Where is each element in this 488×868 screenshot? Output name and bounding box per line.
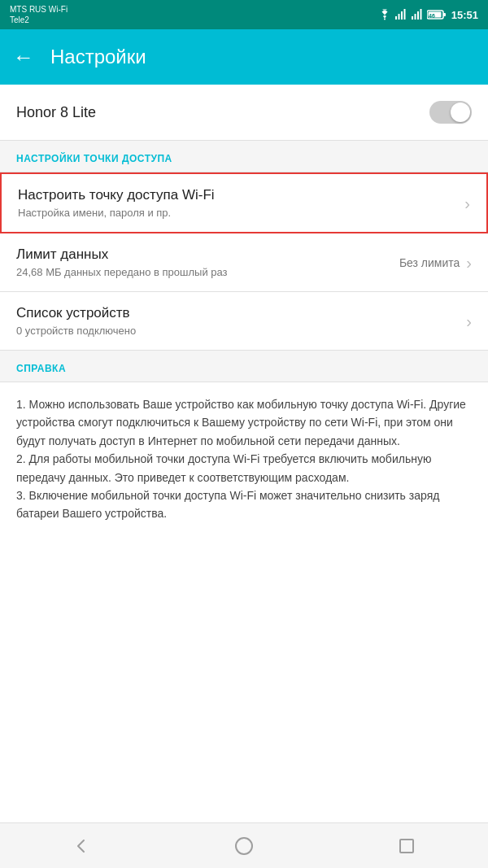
hotspot-toggle-row: Honor 8 Lite xyxy=(0,85,488,141)
help-text: 1. Можно использовать Ваше устройство ка… xyxy=(16,395,472,523)
signal-icons: 46 xyxy=(378,9,447,20)
svg-rect-7 xyxy=(420,9,421,20)
svg-rect-5 xyxy=(414,14,416,20)
svg-rect-1 xyxy=(398,14,399,20)
devices-subtitle: 0 устройств подключено xyxy=(16,325,466,337)
network2-label: Tele2 xyxy=(10,15,68,25)
hotspot-device-name: Honor 8 Lite xyxy=(16,104,96,121)
data-limit-content: Лимит данных 24,68 МБ данных передано в … xyxy=(16,246,399,278)
wifi-icon xyxy=(378,9,391,20)
network-info: MTS RUS Wi-Fi Tele2 xyxy=(10,4,68,25)
time-display: 15:51 xyxy=(451,9,478,21)
data-limit-title: Лимит данных xyxy=(16,246,399,263)
wifi-setup-chevron: › xyxy=(464,195,470,212)
status-bar: MTS RUS Wi-Fi Tele2 xyxy=(0,0,488,29)
nav-home-button[interactable] xyxy=(220,830,268,862)
section-header-settings-label: НАСТРОЙКИ ТОЧКИ ДОСТУПА xyxy=(16,153,172,164)
content-area: Honor 8 Lite НАСТРОЙКИ ТОЧКИ ДОСТУПА Нас… xyxy=(0,85,488,822)
wifi-setup-row[interactable]: Настроить точку доступа Wi-Fi Настройка … xyxy=(0,172,488,233)
svg-rect-3 xyxy=(403,9,405,20)
devices-row[interactable]: Список устройств 0 устройств подключено … xyxy=(0,292,488,351)
svg-rect-0 xyxy=(395,16,397,20)
back-button[interactable]: ← xyxy=(13,46,34,68)
signal-icon2 xyxy=(411,9,424,20)
section-header-help: СПРАВКА xyxy=(0,351,488,382)
data-limit-subtitle: 24,68 МБ данных передано в прошлый раз xyxy=(16,266,399,278)
svg-text:46: 46 xyxy=(429,13,435,19)
wifi-setup-subtitle: Настройка имени, пароля и пр. xyxy=(18,207,464,219)
nav-back-icon xyxy=(72,837,90,855)
svg-rect-9 xyxy=(443,13,446,16)
svg-rect-2 xyxy=(401,11,403,20)
status-icons: 46 15:51 xyxy=(378,9,478,21)
help-section: 1. Можно использовать Ваше устройство ка… xyxy=(0,382,488,536)
section-header-settings: НАСТРОЙКИ ТОЧКИ ДОСТУПА xyxy=(0,141,488,172)
battery-icon: 46 xyxy=(427,9,447,20)
network1-label: MTS RUS Wi-Fi xyxy=(10,4,68,15)
nav-recent-icon xyxy=(399,839,414,853)
page-title: Настройки xyxy=(50,46,146,68)
top-bar: ← Настройки xyxy=(0,29,488,85)
nav-recent-button[interactable] xyxy=(382,830,431,862)
nav-back-button[interactable] xyxy=(57,830,106,862)
section-header-help-label: СПРАВКА xyxy=(16,363,66,374)
data-limit-chevron: › xyxy=(466,255,472,271)
wifi-setup-title: Настроить точку доступа Wi-Fi xyxy=(18,187,464,203)
signal-icon1 xyxy=(394,9,407,20)
devices-chevron: › xyxy=(466,313,472,329)
devices-title: Список устройств xyxy=(16,305,466,321)
wifi-setup-content: Настроить точку доступа Wi-Fi Настройка … xyxy=(18,187,464,219)
hotspot-toggle[interactable] xyxy=(429,101,472,124)
data-limit-row[interactable]: Лимит данных 24,68 МБ данных передано в … xyxy=(0,233,488,292)
bottom-navigation xyxy=(0,822,488,868)
devices-content: Список устройств 0 устройств подключено xyxy=(16,305,466,337)
nav-home-icon xyxy=(235,837,253,855)
svg-rect-6 xyxy=(417,11,419,20)
data-limit-value: Без лимита xyxy=(399,256,460,269)
svg-rect-4 xyxy=(412,16,413,20)
